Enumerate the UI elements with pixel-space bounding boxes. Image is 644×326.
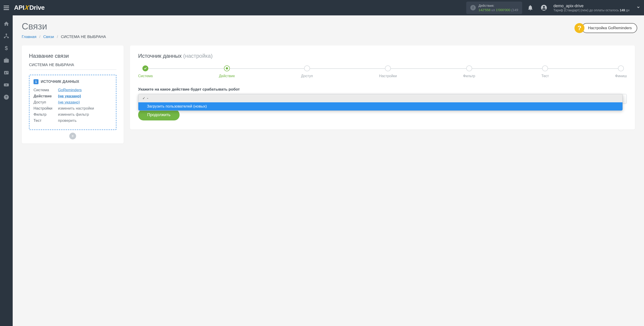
field-label: Укажите на какое действие будет срабатыв… xyxy=(138,87,627,92)
dropdown: ✓- Загрузить пользователей (новых) xyxy=(138,94,623,111)
left-card-subtitle: СИСТЕМА НЕ ВЫБРАНА xyxy=(29,63,116,70)
select-area: ✓- Загрузить пользователей (новых) xyxy=(138,94,627,104)
step-action[interactable]: Действие xyxy=(219,66,235,78)
sidebar-connections[interactable] xyxy=(4,33,9,39)
help-badge-text: Настройка GoReminders xyxy=(582,23,637,33)
action-link[interactable]: (не указано) xyxy=(58,94,81,98)
user-info[interactable]: demo_apix-drive Тариф |Стандарт| (new) д… xyxy=(554,4,630,12)
sidebar-help[interactable]: ? xyxy=(4,94,9,100)
row-system: Система GoReminders xyxy=(34,88,112,92)
source-box: 1 ИСТОЧНИК ДАННЫХ Система GoReminders Де… xyxy=(29,75,116,130)
sidebar-contacts[interactable] xyxy=(4,70,9,76)
user-tariff: Тариф |Стандарт| (new) до оплаты осталос… xyxy=(554,8,630,12)
actions-label: Действия: xyxy=(478,4,518,8)
step-filter[interactable]: Фильтр xyxy=(463,66,475,78)
svg-rect-6 xyxy=(4,71,8,74)
sidebar-briefcase[interactable] xyxy=(4,58,9,64)
actions-extra: (149 xyxy=(511,8,518,12)
actions-count: 142'558 xyxy=(478,8,490,12)
svg-text:$: $ xyxy=(5,45,8,51)
svg-point-2 xyxy=(6,34,7,35)
step-settings[interactable]: Настройки xyxy=(379,66,397,78)
box-number: 1 xyxy=(34,79,38,84)
svg-text:?: ? xyxy=(5,95,7,99)
left-card-title: Название связи xyxy=(29,53,116,59)
page-title: Связи xyxy=(22,21,635,32)
content: Связи Главная / Связи / СИСТЕМА НЕ ВЫБРА… xyxy=(13,16,644,326)
step-test[interactable]: Тест xyxy=(542,66,549,78)
sidebar-video[interactable] xyxy=(4,82,9,88)
settings-text[interactable]: изменить настройки xyxy=(58,106,94,111)
test-text[interactable]: проверить xyxy=(58,118,76,123)
add-button[interactable]: + xyxy=(69,133,76,140)
system-link[interactable]: GoReminders xyxy=(58,88,82,92)
logo-api: API xyxy=(14,4,24,11)
svg-point-1 xyxy=(543,6,545,8)
svg-point-7 xyxy=(5,72,6,73)
user-icon[interactable] xyxy=(541,4,547,11)
left-card: Название связи СИСТЕМА НЕ ВЫБРАНА 1 ИСТО… xyxy=(22,46,124,144)
row-action: Действие (не указано) xyxy=(34,94,112,98)
logo-drive: Drive xyxy=(29,4,44,11)
continue-button[interactable]: Продолжить xyxy=(138,109,180,120)
sidebar-home[interactable] xyxy=(4,21,9,27)
access-link[interactable]: (не указано) xyxy=(58,100,80,104)
row-filter: Фильтр изменить фильтр xyxy=(34,112,112,117)
breadcrumb-current: СИСТЕМА НЕ ВЫБРАНА xyxy=(61,35,106,39)
breadcrumb-home[interactable]: Главная xyxy=(22,35,36,39)
sidebar: $ ? xyxy=(0,16,13,326)
actions-of: из xyxy=(492,8,495,12)
step-finish[interactable]: Финиш xyxy=(615,66,627,78)
breadcrumb: Главная / Связи / СИСТЕМА НЕ ВЫБРАНА xyxy=(22,35,635,39)
logo-x: X xyxy=(24,4,30,11)
stepper: Система Действие Доступ Настройки xyxy=(138,66,627,78)
help-badge[interactable]: ? Настройка GoReminders xyxy=(574,23,637,33)
actions-badge[interactable]: i Действия: 142'558 из 1'000'000 (149 xyxy=(466,2,522,14)
info-icon: i xyxy=(470,5,476,10)
dropdown-option-load-users[interactable]: Загрузить пользователей (новых) xyxy=(138,102,622,110)
right-card-title: Источник данных (настройка) xyxy=(138,53,627,59)
row-test: Тест проверить xyxy=(34,118,112,123)
logo[interactable]: APIXDrive xyxy=(14,4,44,11)
chevron-down-icon[interactable] xyxy=(636,5,640,10)
actions-total: 1'000'000 xyxy=(496,8,510,12)
row-access: Доступ (не указано) xyxy=(34,100,112,104)
sidebar-billing[interactable]: $ xyxy=(4,45,9,51)
box-title: ИСТОЧНИК ДАННЫХ xyxy=(41,80,79,84)
menu-toggle[interactable] xyxy=(4,6,9,10)
breadcrumb-links[interactable]: Связи xyxy=(43,35,54,39)
step-system[interactable]: Система xyxy=(138,66,152,78)
right-card: Источник данных (настройка) Система Дейс… xyxy=(130,46,635,130)
filter-text[interactable]: изменить фильтр xyxy=(58,112,89,117)
dropdown-empty[interactable]: ✓- xyxy=(138,94,622,102)
header: APIXDrive i Действия: 142'558 из 1'000'0… xyxy=(0,0,644,16)
row-settings: Настройки изменить настройки xyxy=(34,106,112,111)
bell-icon[interactable] xyxy=(527,4,534,11)
user-name: demo_apix-drive xyxy=(554,4,630,8)
step-access[interactable]: Доступ xyxy=(301,66,313,78)
question-icon: ? xyxy=(574,23,584,33)
